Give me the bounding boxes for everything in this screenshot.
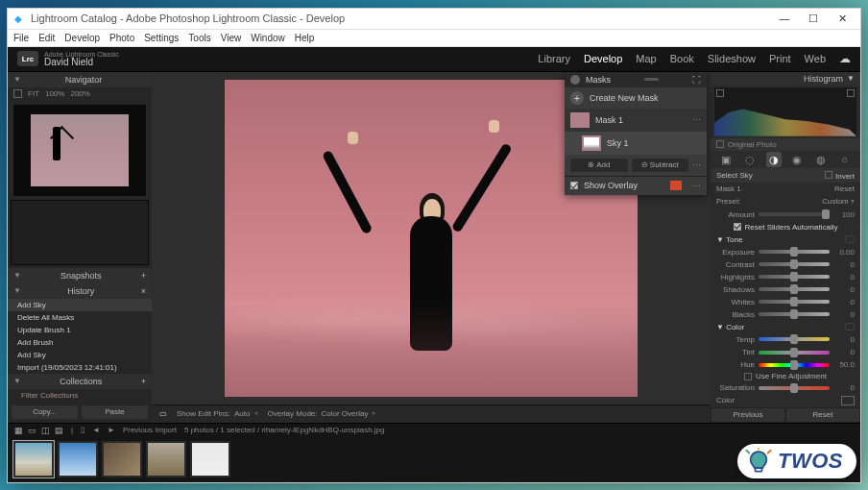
minimize-button[interactable]: ― (770, 9, 799, 28)
menu-edit[interactable]: Edit (38, 33, 55, 43)
menu-file[interactable]: File (13, 33, 29, 43)
brush-icon[interactable]: ○ (837, 152, 853, 167)
zoom-100[interactable]: 100% (45, 89, 64, 98)
color-header[interactable]: ▼ Color (711, 321, 860, 333)
gradient-icon[interactable]: ◍ (813, 152, 829, 167)
navigator-preview[interactable] (13, 105, 146, 196)
loupe-view-icon[interactable]: ▭ (27, 426, 36, 435)
masks-panel[interactable]: Masks ⛶ + Create New Mask Mask 1 ⋯ (565, 72, 707, 195)
clip-highlights-icon[interactable] (847, 89, 855, 97)
module-web[interactable]: Web (805, 53, 826, 64)
canvas-area[interactable]: Masks ⛶ + Create New Mask Mask 1 ⋯ (152, 72, 711, 404)
soft-value[interactable]: Auto (234, 409, 250, 418)
histogram-header[interactable]: Histogram ▼ (711, 72, 860, 86)
clip-shadows-icon[interactable] (716, 89, 724, 97)
module-print[interactable]: Print (769, 53, 791, 64)
highlights-slider[interactable]: Highlights0 (711, 271, 860, 283)
zoom-200[interactable]: 200% (70, 89, 89, 98)
maximize-button[interactable]: ☐ (799, 9, 828, 28)
menu-settings[interactable]: Settings (144, 33, 179, 43)
use-fine-checkbox[interactable] (744, 373, 752, 380)
filmstrip-thumb[interactable] (146, 441, 186, 478)
history-item[interactable]: Update Brush 1 (8, 324, 152, 336)
source-label[interactable]: Previous Import (123, 426, 177, 434)
filmstrip-thumb[interactable] (190, 441, 230, 478)
mask-component-item[interactable]: Sky 1 (565, 132, 707, 155)
grid-view-icon[interactable]: ▦ (13, 426, 23, 435)
history-item[interactable]: Add Brush (8, 336, 152, 349)
history-header[interactable]: ▼ History × (8, 283, 152, 299)
amount-slider[interactable]: Amount 100 (711, 208, 860, 220)
blacks-slider[interactable]: Blacks0 (711, 308, 860, 321)
exposure-slider[interactable]: Exposure0.00 (711, 246, 860, 258)
zoom-fit[interactable]: FIT (28, 89, 39, 98)
drag-handle-icon[interactable] (616, 78, 687, 81)
preset-value[interactable]: Custom (822, 197, 849, 206)
module-book[interactable]: Book (670, 53, 694, 64)
previous-button[interactable]: Previous (711, 407, 785, 423)
navigator-header[interactable]: ▼ Navigator (8, 72, 152, 87)
add-snapshot-icon[interactable]: + (141, 271, 146, 281)
auto-reset-row[interactable]: Reset Sliders Automatically (711, 221, 860, 233)
mask-subtract-button[interactable]: ⊖Subtract (632, 159, 689, 172)
history-item[interactable]: Import (19/05/2023 12:41:01) (8, 361, 152, 374)
filmstrip-thumb[interactable] (102, 441, 142, 478)
overlay-mode-value[interactable]: Color Overlay (322, 409, 369, 418)
add-collection-icon[interactable]: + (141, 377, 146, 386)
crop-icon[interactable]: ▣ (718, 152, 734, 167)
cloud-sync-icon[interactable]: ☁ (839, 52, 851, 65)
go-forward-icon[interactable]: ► (108, 426, 115, 434)
whites-slider[interactable]: Whites0 (711, 296, 860, 308)
plus-icon[interactable]: + (570, 91, 584, 105)
menu-tools[interactable]: Tools (188, 33, 210, 43)
collections-header[interactable]: ▼ Collections + (8, 374, 152, 389)
tone-toggle-icon[interactable] (845, 235, 855, 243)
color-picker-row[interactable]: Color (711, 394, 860, 406)
mask-item[interactable]: Mask 1 ⋯ (565, 109, 707, 132)
mask-more-icon[interactable]: ⋯ (692, 159, 701, 172)
menu-photo[interactable]: Photo (109, 33, 134, 43)
saturation-slider[interactable]: Saturation0 (711, 381, 860, 394)
mask-reset[interactable]: Reset (834, 184, 855, 193)
hue-slider[interactable]: Hue50.0 (711, 358, 860, 371)
redeye-icon[interactable]: ◉ (789, 152, 805, 167)
tint-slider[interactable]: Tint0 (711, 346, 860, 358)
filmstrip-thumb[interactable] (58, 441, 98, 478)
paste-button[interactable]: Paste (82, 405, 148, 419)
menu-develop[interactable]: Develop (64, 33, 100, 43)
history-item[interactable]: Add Sky (8, 299, 152, 311)
overlay-menu-icon[interactable]: ⋯ (691, 181, 701, 191)
menu-help[interactable]: Help (295, 33, 315, 43)
reset-button[interactable]: Reset (785, 407, 860, 423)
compare-view-icon[interactable]: ◫ (40, 426, 50, 435)
go-back-icon[interactable]: ◄ (92, 426, 100, 434)
close-button[interactable]: ✕ (828, 9, 856, 28)
expand-icon[interactable]: ⛶ (692, 75, 701, 85)
auto-reset-checkbox[interactable] (734, 223, 741, 231)
second-monitor-icon[interactable]: ▯ (81, 426, 84, 434)
filter-collections[interactable]: Filter Collections (8, 389, 152, 402)
show-overlay-checkbox[interactable] (570, 182, 578, 189)
masking-icon[interactable]: ◑ (766, 152, 782, 167)
survey-view-icon[interactable]: ▤ (54, 426, 63, 435)
create-mask-row[interactable]: + Create New Mask (565, 87, 707, 109)
mask-menu-icon[interactable]: ⋯ (692, 115, 701, 125)
loupe-icon[interactable]: ▭ (159, 409, 167, 418)
use-fine-row[interactable]: Use Fine Adjustment (711, 371, 860, 381)
filmstrip-thumb[interactable] (13, 441, 54, 478)
copy-button[interactable]: Copy... (12, 405, 78, 419)
history-item[interactable]: Add Sky (8, 349, 152, 361)
histogram-display[interactable] (714, 87, 856, 135)
color-toggle-icon[interactable] (845, 323, 855, 331)
snapshots-header[interactable]: ▼ Snapshots + (8, 268, 152, 283)
module-slideshow[interactable]: Slideshow (708, 53, 756, 64)
mask-add-button[interactable]: ⊕Add (570, 159, 628, 172)
user-name[interactable]: David Nield (44, 58, 119, 67)
invert-checkbox[interactable] (825, 171, 832, 179)
menu-view[interactable]: View (221, 33, 242, 43)
tone-header[interactable]: ▼ Tone (711, 233, 860, 246)
original-checkbox[interactable] (716, 140, 724, 148)
filmstrip[interactable] (8, 437, 860, 482)
heal-icon[interactable]: ◌ (742, 152, 758, 167)
module-map[interactable]: Map (636, 53, 656, 64)
